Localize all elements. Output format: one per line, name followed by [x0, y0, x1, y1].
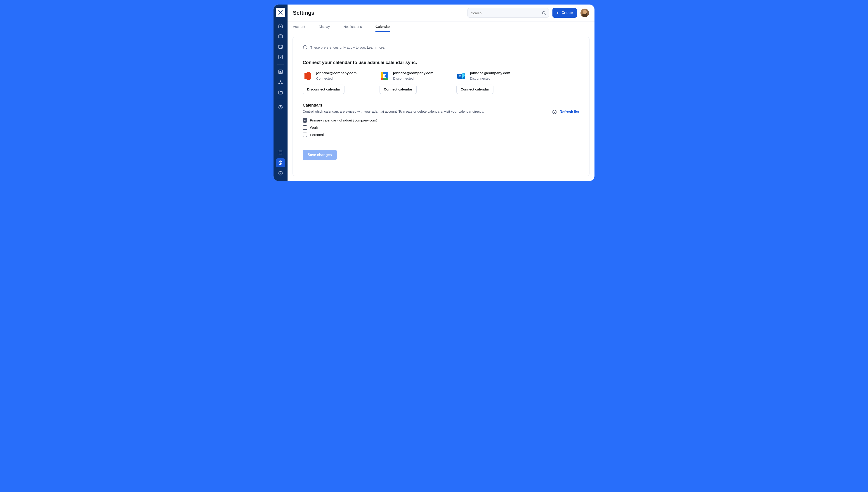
office365-icon: [303, 71, 313, 81]
create-label: Create: [561, 11, 573, 15]
branch-icon[interactable]: [276, 78, 285, 87]
disconnect-calendar-button[interactable]: Disconnect calendar: [303, 84, 344, 94]
pie-icon[interactable]: [276, 103, 285, 112]
refresh-list-button[interactable]: Refresh list: [552, 109, 579, 115]
storefront-icon[interactable]: [276, 148, 285, 157]
connect-calendar-button[interactable]: Connect calendar: [456, 84, 494, 94]
gear-icon[interactable]: [276, 158, 285, 167]
svg-point-5: [280, 80, 281, 81]
create-button[interactable]: Create: [552, 8, 577, 18]
briefcase-icon[interactable]: [276, 32, 285, 41]
info-banner: These preferences only apply to you. Lea…: [303, 45, 579, 55]
home-icon[interactable]: [276, 21, 285, 30]
tab-display[interactable]: Display: [319, 22, 330, 32]
exchange-icon: E: [456, 71, 466, 81]
checkbox-icon: [303, 118, 307, 123]
sidebar: [273, 4, 288, 181]
provider-email: johndoe@company.com: [393, 71, 433, 75]
svg-text:31: 31: [383, 74, 386, 78]
folder-icon[interactable]: [276, 88, 285, 97]
plus-icon: [556, 11, 560, 15]
calendars-header-row: Control which calendars are synced with …: [303, 109, 579, 115]
svg-point-6: [279, 83, 280, 84]
calendar-item-label: Primary calendar (johndoe@company.com): [310, 118, 377, 122]
provider-exchange: E johndoe@company.com Disconnected Conne…: [456, 71, 520, 94]
refresh-list-label: Refresh list: [560, 110, 579, 114]
calendar-item-work[interactable]: Work: [303, 125, 579, 130]
provider-status: Disconnected: [470, 76, 510, 80]
checkbox-icon: [303, 132, 307, 137]
learn-more-link[interactable]: Learn more: [367, 46, 384, 49]
svg-point-2: [281, 47, 283, 49]
svg-rect-3: [279, 55, 283, 59]
provider-email: johndoe@company.com: [316, 71, 357, 75]
svg-rect-0: [279, 35, 283, 38]
calendar-item-personal[interactable]: Personal: [303, 132, 579, 137]
calendar-list: Primary calendar (johndoe@company.com) W…: [303, 118, 579, 137]
sidebar-divider: [278, 64, 284, 65]
provider-status: Connected: [316, 76, 357, 80]
svg-point-9: [280, 162, 281, 164]
providers: johndoe@company.com Connected Disconnect…: [303, 71, 579, 94]
calendars-description: Control which calendars are synced with …: [303, 109, 543, 113]
sidebar-divider: [278, 100, 284, 100]
content: These preferences only apply to you. Lea…: [288, 32, 595, 181]
chart-bar-icon[interactable]: [276, 67, 285, 76]
provider-google-calendar: 31 johndoe@company.com Disconnected Conn…: [379, 71, 443, 94]
search-icon: [542, 10, 546, 15]
avatar[interactable]: [580, 8, 589, 17]
checkbox-icon[interactable]: [276, 52, 285, 62]
calendar-item-label: Personal: [310, 133, 324, 137]
svg-point-11: [543, 11, 545, 14]
tab-account[interactable]: Account: [293, 22, 305, 32]
tab-calendar[interactable]: Calendar: [375, 22, 390, 32]
info-text: These preferences only apply to you.: [310, 46, 366, 49]
svg-point-7: [282, 83, 283, 84]
checkbox-icon: [303, 125, 307, 130]
svg-rect-1: [279, 45, 283, 49]
tabs: Account Display Notifications Calendar: [288, 21, 595, 32]
calendars-title: Calendars: [303, 103, 579, 108]
app-logo: [276, 8, 285, 17]
calendar-item-label: Work: [310, 126, 318, 130]
connect-calendar-button[interactable]: Connect calendar: [379, 84, 417, 94]
info-suffix: .: [384, 46, 385, 49]
google-calendar-icon: 31: [379, 71, 390, 81]
svg-text:E: E: [458, 74, 461, 78]
info-icon: [303, 45, 308, 50]
provider-status: Disconnected: [393, 76, 433, 80]
search-box: [468, 8, 549, 18]
provider-office365: johndoe@company.com Connected Disconnect…: [303, 71, 366, 94]
search-input[interactable]: [468, 8, 549, 18]
help-icon[interactable]: [276, 169, 285, 178]
topbar: Settings Create: [288, 4, 595, 21]
main: Settings Create Account Display Notifica…: [288, 4, 595, 181]
calendar-item-primary[interactable]: Primary calendar (johndoe@company.com): [303, 118, 579, 123]
settings-panel: These preferences only apply to you. Lea…: [292, 37, 589, 176]
tab-notifications[interactable]: Notifications: [343, 22, 362, 32]
save-changes-button[interactable]: Save changes: [303, 150, 337, 160]
connect-section-title: Connect your calendar to use adam.ai cal…: [303, 60, 579, 65]
info-icon: [552, 109, 557, 115]
page-title: Settings: [293, 10, 314, 16]
svg-rect-18: [381, 78, 383, 80]
provider-email: johndoe@company.com: [470, 71, 510, 75]
app-frame: Settings Create Account Display Notifica…: [273, 4, 595, 181]
calendar-check-icon[interactable]: [276, 42, 285, 51]
